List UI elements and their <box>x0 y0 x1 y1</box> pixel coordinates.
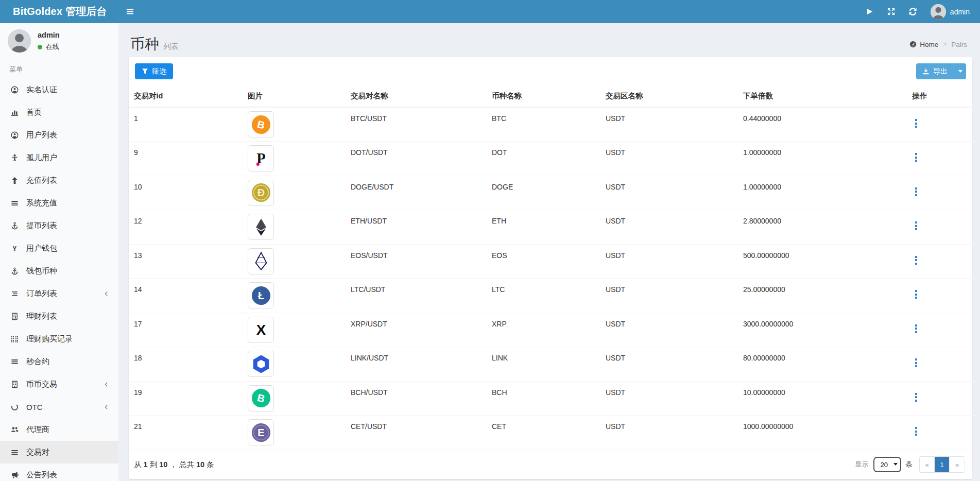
actions-cell <box>907 107 975 142</box>
zone-name-cell: USDT <box>600 210 738 245</box>
sidebar-item-label: 公告列表 <box>26 470 57 480</box>
sidebar: admin 在线 菜单 实名认证首页用户列表孤儿用户充值列表系统充值提币列表¥用… <box>0 23 118 481</box>
arrow-up-icon <box>9 177 20 184</box>
column-header: 图片 <box>243 85 346 107</box>
multiple-cell: 1.00000000 <box>738 142 907 176</box>
yen-icon: ¥ <box>9 245 20 252</box>
pair-id-cell: 1 <box>129 107 243 142</box>
sidebar-item-label: 代理商 <box>26 425 49 435</box>
zone-name-cell: USDT <box>600 279 738 313</box>
actions-cell <box>907 176 975 210</box>
sidebar-item-label: 实名认证 <box>26 85 57 95</box>
bars-icon <box>9 358 20 366</box>
page-subtitle: 列表 <box>163 42 179 50</box>
sidebar-item-7[interactable]: 提币列表 <box>0 214 118 237</box>
column-header: 交易区名称 <box>600 85 738 107</box>
sidebar-item-2[interactable]: 首页 <box>0 101 118 124</box>
breadcrumb-home-link[interactable]: Home <box>909 41 938 48</box>
sidebar-user-panel: admin 在线 <box>0 23 118 57</box>
pair-image-cell <box>243 210 346 245</box>
page-size-select[interactable]: 20 <box>873 457 901 472</box>
table-summary: 从 1 到 10 ， 总共 10 条 <box>134 460 214 470</box>
sidebar-item-12[interactable]: 理财购买记录 <box>0 328 118 350</box>
pair-name-cell: DOGE/USDT <box>346 176 487 210</box>
zone-name-cell: USDT <box>600 381 738 416</box>
sidebar-item-11[interactable]: 理财列表 <box>0 305 118 328</box>
orphan-user-icon <box>9 154 20 162</box>
sidebar-item-10[interactable]: 订单列表 <box>0 282 118 305</box>
refresh-icon[interactable] <box>909 8 917 15</box>
sidebar-item-label: 理财购买记录 <box>26 334 73 344</box>
sidebar-item-9[interactable]: 钱包币种 <box>0 260 118 282</box>
sidebar-item-16[interactable]: 代理商 <box>0 418 118 441</box>
pair-name-cell: LINK/USDT <box>346 347 487 382</box>
coin-name-cell: BTC <box>487 107 600 142</box>
table-row: 13EOS/USDTEOSUSDT500.00000000 <box>129 244 975 279</box>
sidebar-item-3[interactable]: 用户列表 <box>0 124 118 146</box>
multiple-cell: 500.00000000 <box>738 244 907 279</box>
pager-next-button[interactable]: » <box>950 457 965 472</box>
funnel-icon <box>142 68 148 75</box>
pager-prev-button[interactable]: « <box>920 457 935 472</box>
pager-page-1-button[interactable]: 1 <box>935 457 950 472</box>
row-actions-menu-icon[interactable] <box>912 323 920 334</box>
actions-cell <box>907 210 975 245</box>
eth-icon <box>248 214 274 240</box>
chevron-left-icon <box>104 404 109 410</box>
row-actions-menu-icon[interactable] <box>912 289 920 300</box>
row-actions-menu-icon[interactable] <box>912 186 920 197</box>
expand-icon[interactable] <box>887 8 895 15</box>
main-content: 币种列表 Home > Pairs 筛选 导出 <box>118 23 980 481</box>
sidebar-item-label: 交易对 <box>26 448 49 457</box>
doge-icon: Ð <box>248 180 274 206</box>
sidebar-username: admin <box>38 31 60 39</box>
table-row: 9PDOT/USDTDOTUSDT1.00000000 <box>129 142 975 176</box>
sidebar-item-5[interactable]: 充值列表 <box>0 169 118 192</box>
sidebar-item-13[interactable]: 秒合约 <box>0 350 118 373</box>
avatar <box>8 29 31 53</box>
anchor-icon <box>9 222 20 230</box>
row-actions-menu-icon[interactable] <box>912 152 920 163</box>
filter-button[interactable]: 筛选 <box>135 63 173 79</box>
play-icon[interactable] <box>866 8 873 15</box>
row-actions-menu-icon[interactable] <box>912 220 920 231</box>
row-actions-menu-icon[interactable] <box>912 255 920 266</box>
bullhorn-icon <box>9 471 20 479</box>
grid-dots-icon <box>9 335 20 343</box>
coin-name-cell: LTC <box>487 279 600 313</box>
coin-name-cell: LINK <box>487 347 600 382</box>
export-button[interactable]: 导出 <box>916 63 954 79</box>
menu-section-label: 菜单 <box>0 57 118 78</box>
sidebar-item-8[interactable]: ¥用户钱包 <box>0 237 118 260</box>
sidebar-item-18[interactable]: 公告列表 <box>0 463 118 481</box>
home-icon <box>909 41 917 48</box>
row-actions-menu-icon[interactable] <box>912 392 920 403</box>
pair-name-cell: BTC/USDT <box>346 107 487 142</box>
sidebar-item-4[interactable]: 孤儿用户 <box>0 146 118 169</box>
brand-title[interactable]: BitGoldex 管理后台 <box>0 5 118 19</box>
users-icon <box>9 426 20 434</box>
row-actions-menu-icon[interactable] <box>912 357 920 368</box>
calc-icon <box>9 313 20 320</box>
multiple-cell: 3000.00000000 <box>738 313 907 347</box>
sidebar-item-label: OTC <box>26 403 43 411</box>
pair-id-cell: 12 <box>129 210 243 245</box>
eos-icon <box>248 248 274 274</box>
pair-name-cell: LTC/USDT <box>346 279 487 313</box>
navbar-user-menu[interactable]: admin <box>931 4 970 20</box>
multiple-cell: 25.00000000 <box>738 279 907 313</box>
sidebar-item-label: 用户钱包 <box>26 244 57 253</box>
pair-image-cell: X <box>243 313 346 347</box>
sidebar-item-14[interactable]: 币币交易 <box>0 373 118 396</box>
svg-text:X: X <box>256 322 266 338</box>
row-actions-menu-icon[interactable] <box>912 118 920 129</box>
sidebar-item-15[interactable]: OTC <box>0 396 118 418</box>
sidebar-item-1[interactable]: 实名认证 <box>0 78 118 101</box>
column-header: 交易对名称 <box>346 85 487 107</box>
coin-name-cell: ETH <box>487 210 600 245</box>
row-actions-menu-icon[interactable] <box>912 426 920 437</box>
export-dropdown-toggle[interactable] <box>954 63 966 79</box>
hamburger-icon[interactable] <box>118 0 142 23</box>
sidebar-item-6[interactable]: 系统充值 <box>0 192 118 214</box>
sidebar-item-17[interactable]: 交易对 <box>0 441 118 463</box>
